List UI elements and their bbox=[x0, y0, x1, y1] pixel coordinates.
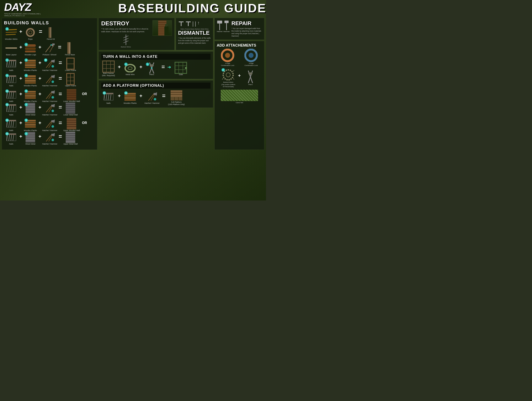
gate-icon bbox=[175, 62, 187, 74]
recipe-fence-kit: 2 Wooden Sticks + bbox=[4, 27, 95, 40]
badge-logs: 2 bbox=[25, 43, 28, 46]
svg-rect-134 bbox=[66, 132, 75, 143]
ingredient-hatchet-5: Hatchet / Hammer bbox=[42, 119, 57, 132]
svg-rect-70 bbox=[67, 89, 76, 100]
label-rope: Rope bbox=[28, 38, 33, 40]
badge-nails-12b: 12 bbox=[5, 132, 9, 136]
ingredient-rope: Rope bbox=[23, 27, 38, 40]
svg-rect-64 bbox=[25, 97, 36, 99]
plus-14: + bbox=[19, 134, 22, 143]
gate-arrow: ➜ bbox=[167, 65, 171, 74]
svg-line-2 bbox=[6, 34, 15, 35]
svg-point-149 bbox=[128, 67, 132, 70]
recipe-lower-wall: 10 Nails + 5 bbox=[4, 90, 95, 116]
barbed-wire-attachment-row: 2 Ba bbox=[217, 68, 262, 88]
ingredient-nails-12a: 12 Nails bbox=[4, 103, 19, 116]
svg-point-153 bbox=[151, 67, 152, 69]
repair-hatchet: Hatchet bbox=[217, 20, 222, 32]
label-planks-4b: Wooden Planks bbox=[24, 85, 37, 87]
label-4digit-lock: 4-DigitCombination Lock bbox=[221, 62, 234, 67]
camo-net-icon bbox=[221, 90, 258, 101]
ingredient-sheet-metal-b: 3 Sheet Metal bbox=[23, 132, 38, 145]
platform-recipe: 31 Nails + bbox=[101, 90, 210, 106]
svg-rect-45 bbox=[25, 82, 36, 84]
svg-rect-68 bbox=[51, 91, 55, 93]
attachments-title: ADD ATTACHEMENTS bbox=[217, 43, 262, 48]
svg-line-1 bbox=[6, 32, 16, 32]
repair-hammer-icon bbox=[224, 20, 229, 30]
svg-rect-167 bbox=[125, 95, 136, 97]
full-platform-icon bbox=[170, 90, 183, 102]
plus-plat-1: + bbox=[118, 93, 121, 103]
svg-point-190 bbox=[226, 73, 230, 77]
svg-rect-143 bbox=[103, 61, 114, 72]
logo-subtitle: TIPS BY ASMONDIAN | DAYZ STANDALONE | VA… bbox=[4, 13, 46, 17]
ingredient-nails-8b: 8 Nails bbox=[4, 74, 19, 87]
badge-barbed-wire-attach: 2 bbox=[222, 68, 225, 71]
lower-metal-wall-icon bbox=[65, 102, 76, 114]
plus-12: + bbox=[19, 120, 22, 130]
label-nails-12a: Nails bbox=[9, 114, 13, 116]
badge-sheet-metal-b: 3 bbox=[25, 132, 28, 136]
plus-3: + bbox=[38, 44, 41, 54]
svg-point-189 bbox=[223, 70, 233, 80]
label-hatchet-5: Hatchet / Hammer bbox=[42, 129, 57, 132]
attachment-camo-net: Camo Net bbox=[217, 90, 262, 104]
svg-point-4 bbox=[29, 31, 32, 34]
svg-rect-168 bbox=[125, 97, 136, 99]
svg-point-3 bbox=[27, 29, 34, 36]
platform-panel: ADD A PLATFORM (OPTIONAL) 31 bbox=[99, 80, 213, 108]
label-hatchet-4: Hatchet / Hammer bbox=[42, 114, 57, 116]
ingredient-planks-4b: 4 Wooden Planks bbox=[23, 74, 38, 87]
svg-point-50 bbox=[51, 80, 54, 83]
svg-rect-7 bbox=[5, 47, 17, 49]
badge-sheet-metal-a: 3 bbox=[25, 103, 28, 106]
barbed-wires-label: Barbed Wires bbox=[121, 46, 131, 48]
label-camo-net: Camo Net bbox=[236, 102, 243, 104]
repair-title: REPAIR bbox=[232, 20, 262, 27]
label-nails-12b: Nails bbox=[9, 143, 13, 145]
ingredient-pickaxe: Pickaxe / Shovel bbox=[42, 43, 57, 56]
label-repair-hammer: Hammer bbox=[223, 31, 230, 32]
attachment-grid: 4-DigitCombination Lock 3-DigitCombinati… bbox=[217, 49, 262, 104]
equals-plat: = bbox=[162, 93, 165, 103]
ingredient-planks-5b: 5 Wooden Planks bbox=[23, 119, 38, 132]
fence-base-icon bbox=[67, 42, 73, 54]
svg-rect-5 bbox=[50, 27, 51, 38]
svg-point-174 bbox=[154, 98, 156, 100]
badge-nails-10b: 10 bbox=[5, 119, 9, 122]
ingredient-planks-4a: 4 Wooden Planks bbox=[23, 58, 38, 71]
svg-line-194 bbox=[233, 78, 234, 79]
bar2-dismantle-icon: | bbox=[195, 20, 196, 27]
svg-rect-92 bbox=[66, 103, 75, 114]
ingredient-planks-5a: 5 Wooden Planks bbox=[23, 90, 38, 103]
attachment-pliers: Pliers bbox=[243, 71, 258, 86]
ingredient-metal-wire: 1 Metal Wire bbox=[123, 63, 137, 76]
ingredient-nails-12b: 12 Nails bbox=[4, 132, 19, 145]
badge-planks-5b: 5 bbox=[25, 119, 28, 122]
recipe-upper-frame: 8 Nails + 4 bbox=[4, 74, 95, 87]
attachment-barbed-wire: 2 Ba bbox=[221, 68, 236, 88]
plus-1: + bbox=[19, 29, 22, 39]
3digit-lock-icon bbox=[244, 49, 258, 62]
svg-rect-49 bbox=[51, 76, 55, 78]
label-nails-8b: Nails bbox=[9, 85, 13, 87]
svg-rect-26 bbox=[25, 62, 36, 64]
ingredient-hatchet-plat: Hatchet / Hammer bbox=[145, 91, 160, 104]
ingredient-wooden-logs: 2 Wooden Logs bbox=[23, 43, 38, 56]
barbed-wires-item: Barbed Wires bbox=[101, 34, 151, 48]
ingredient-wooden-sticks: 2 Wooden Sticks bbox=[4, 27, 19, 40]
plus-5: + bbox=[38, 60, 41, 70]
svg-point-69 bbox=[51, 96, 54, 99]
svg-rect-176 bbox=[171, 97, 182, 100]
dismantle-tool-labels: Walls | Frames Bases Barbed | Metal Wire… bbox=[178, 28, 211, 30]
pliers-attach-icon bbox=[246, 70, 254, 84]
svg-rect-107 bbox=[25, 126, 36, 128]
4digit-lock-icon bbox=[221, 49, 234, 62]
plus-10: + bbox=[19, 104, 22, 114]
repair-text: * You can repair damaged walls from the … bbox=[232, 27, 262, 38]
player-silhouette bbox=[164, 26, 169, 36]
label-hatchet-1: Hatchet / Hammer bbox=[42, 69, 57, 71]
label-barbed-wire-attach: Barbed Wires(Top and/or bottomof Fence/G… bbox=[221, 81, 235, 88]
svg-rect-169 bbox=[125, 99, 136, 101]
